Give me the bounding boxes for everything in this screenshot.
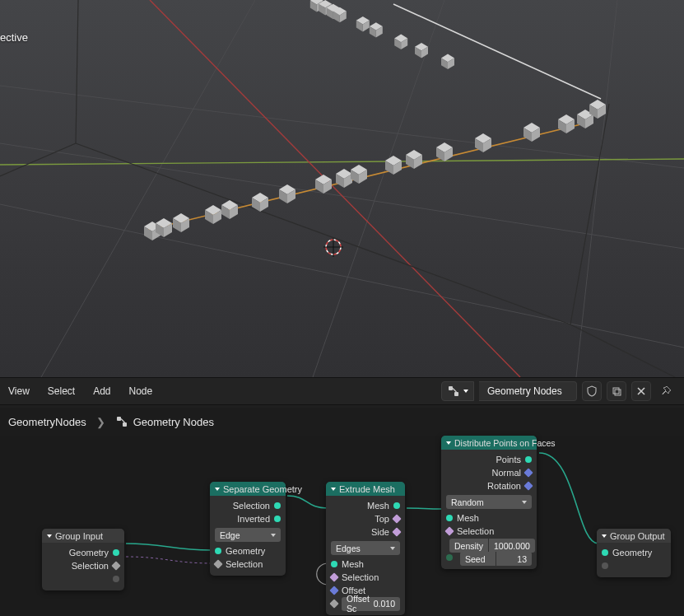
seed-field[interactable]: Seed 13 (460, 552, 532, 566)
socket-label: Mesh (342, 559, 364, 569)
svg-line-5 (313, 0, 444, 377)
breadcrumb-root[interactable]: GeometryNodes (8, 416, 86, 428)
viewport-3d[interactable]: ective (0, 0, 684, 377)
socket-label: Geometry (226, 546, 265, 556)
socket-label: Inverted (237, 514, 270, 524)
svg-line-15 (0, 143, 76, 176)
socket-selection-in[interactable] (213, 559, 222, 568)
viewport-canvas (0, 0, 684, 377)
mode-dropdown[interactable]: Edge (215, 528, 281, 542)
nodetree-icon (447, 385, 460, 398)
svg-rect-0 (0, 0, 684, 377)
socket-label: Selection (457, 526, 494, 536)
socket-label: Mesh (457, 513, 479, 523)
axis-y (0, 159, 684, 165)
socket-mesh-in[interactable] (331, 561, 337, 567)
socket-mesh-out[interactable] (393, 502, 400, 509)
menu-node[interactable]: Node (129, 385, 153, 397)
close-icon[interactable] (631, 381, 651, 401)
offset-scale-field[interactable]: Offset Sc 0.010 (342, 597, 400, 611)
svg-line-12 (570, 104, 609, 324)
duplicate-icon[interactable] (607, 381, 626, 401)
node-title: Separate Geometry (223, 484, 302, 494)
socket-geo-out[interactable] (113, 549, 119, 556)
svg-line-13 (76, 0, 78, 143)
socket-density-in[interactable] (444, 542, 449, 547)
nodetree-icon (115, 415, 128, 428)
socket-rotation-out[interactable] (523, 481, 533, 490)
field-value: 13 (517, 554, 527, 564)
shield-icon[interactable] (582, 381, 602, 401)
nodetree-type-selector[interactable] (441, 381, 474, 401)
socket-label: Geometry (612, 548, 652, 558)
svg-line-14 (570, 324, 675, 377)
svg-rect-19 (449, 386, 453, 390)
menu-add[interactable]: Add (93, 385, 110, 397)
svg-rect-27 (123, 422, 127, 427)
socket-geo-in[interactable] (602, 549, 608, 556)
socket-selection-out[interactable] (274, 502, 281, 509)
density-field[interactable]: Density 1000.000 (449, 539, 535, 553)
socket-points-out[interactable] (525, 456, 532, 463)
field-label: Density (454, 541, 483, 551)
socket-mesh-in[interactable] (446, 515, 453, 521)
socket-label: Points (496, 455, 521, 464)
svg-rect-26 (117, 417, 121, 421)
node-group-input[interactable]: Group Input Geometry Selection (42, 529, 124, 590)
svg-rect-23 (615, 390, 621, 395)
breadcrumb: GeometryNodes ❯ Geometry Nodes (0, 408, 684, 436)
axis-x (150, 0, 520, 377)
svg-rect-20 (454, 392, 458, 396)
node-title: Group Output (610, 531, 665, 541)
breadcrumb-current[interactable]: Geometry Nodes (133, 416, 214, 428)
socket-inverted-out[interactable] (274, 516, 281, 522)
socket-offset-scale-in[interactable] (329, 599, 338, 608)
node-editor-canvas[interactable]: Group Input Geometry Selection Separate … (0, 436, 684, 616)
socket-label: Top (375, 514, 389, 524)
socket-label: Geometry (69, 548, 109, 558)
socket-seed-in[interactable] (446, 554, 453, 561)
socket-label: Selection (226, 559, 263, 569)
nodetree-name[interactable]: Geometry Nodes (479, 381, 577, 401)
mesh-wire (0, 0, 675, 377)
socket-label: Rotation (487, 481, 521, 491)
socket-label: Selection (72, 561, 109, 571)
svg-line-21 (453, 389, 457, 393)
dropdown-label: Edge (220, 530, 240, 540)
menu-select[interactable]: Select (48, 385, 75, 397)
pin-icon[interactable] (656, 382, 676, 400)
socket-label: Selection (233, 501, 270, 511)
socket-selection-in[interactable] (329, 572, 338, 581)
socket-side-out[interactable] (392, 527, 401, 536)
node-distribute-points-on-faces[interactable]: Distribute Points on Faces Points Normal… (441, 436, 537, 569)
socket-selection-out[interactable] (111, 561, 120, 570)
node-separate-geometry[interactable]: Separate Geometry Selection Inverted Edg… (210, 482, 286, 576)
dropdown-label: Random (451, 497, 484, 507)
chevron-right-icon: ❯ (96, 416, 105, 428)
field-value: 1000.000 (494, 541, 530, 551)
socket-label: Normal (492, 468, 521, 478)
node-group-output[interactable]: Group Output Geometry (597, 529, 671, 577)
socket-geo-in[interactable] (215, 548, 221, 554)
socket-label: Mesh (367, 501, 389, 511)
viewport-overlay-text: ective (0, 31, 28, 44)
field-value: 0.010 (374, 599, 395, 609)
mode-dropdown[interactable]: Random (446, 495, 532, 509)
menu-view[interactable]: View (8, 385, 30, 397)
svg-line-28 (121, 419, 125, 423)
field-label: Seed (465, 554, 486, 564)
socket-virtual[interactable] (113, 576, 119, 582)
node-extrude-mesh[interactable]: Extrude Mesh Mesh Top Side Edges Mesh Se… (326, 482, 405, 615)
instances (144, 0, 606, 240)
socket-label: Selection (342, 572, 379, 582)
mode-dropdown[interactable]: Edges (331, 541, 400, 555)
socket-virtual[interactable] (602, 562, 608, 569)
socket-top-out[interactable] (392, 514, 401, 523)
socket-label: Side (371, 527, 389, 537)
dropdown-label: Edges (336, 544, 361, 553)
socket-offset-in[interactable] (329, 586, 338, 595)
field-label: Offset Sc (347, 594, 374, 614)
socket-normal-out[interactable] (523, 468, 533, 477)
svg-line-4 (41, 0, 255, 377)
socket-selection-in[interactable] (444, 526, 454, 535)
